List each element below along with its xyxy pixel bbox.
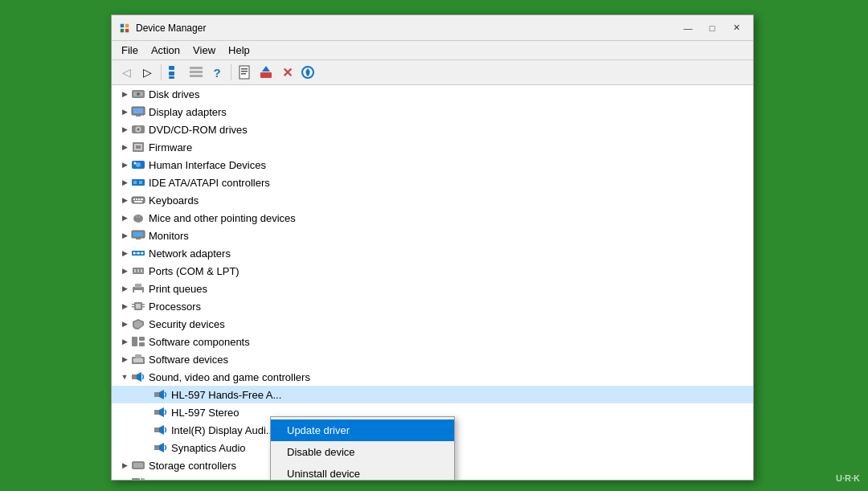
firmware-label: Firmware [149, 141, 192, 153]
svg-rect-53 [134, 269, 136, 272]
expand-sound-icon[interactable]: ▼ [118, 370, 131, 383]
help-button[interactable]: ? [207, 63, 227, 82]
tree-item-ide[interactable]: ▶ IDE ATA/ATAPI controllers [112, 174, 753, 191]
tree-item-firmware[interactable]: ▶ Firmware [112, 138, 753, 156]
back-button[interactable]: ◁ [117, 63, 136, 82]
expand-icon[interactable]: ▶ [118, 247, 131, 260]
list-view-button[interactable] [186, 63, 206, 82]
svg-point-50 [137, 252, 140, 255]
tree-item-software-components[interactable]: ▶ Software components [112, 333, 753, 350]
ctx-disable-device[interactable]: Disable device [271, 441, 454, 463]
ctx-update-driver[interactable]: Update driver [271, 419, 454, 441]
svg-marker-80 [159, 443, 164, 452]
display-adapters-label: Display adapters [149, 106, 227, 118]
expand-icon[interactable]: ▶ [118, 477, 131, 480]
tree-item-dvdrom[interactable]: ▶ DVD/CD-ROM drives [112, 121, 753, 138]
expand-icon[interactable]: ▶ [118, 88, 131, 100]
svg-rect-73 [154, 392, 159, 397]
ctx-uninstall-device[interactable]: Uninstall device [271, 463, 454, 480]
tree-item-hl597hf[interactable]: ▶ HL-597 Hands-Free A... [112, 386, 753, 403]
svg-point-49 [133, 252, 136, 255]
svg-point-19 [137, 92, 140, 96]
expand-icon[interactable]: ▶ [118, 317, 131, 330]
expand-icon[interactable]: ▶ [118, 264, 131, 277]
update-driver-toolbar-button[interactable] [256, 63, 276, 82]
sound-label: Sound, video and game controllers [149, 371, 310, 383]
expand-icon[interactable]: ▶ [118, 211, 131, 224]
intel-display-label: Intel(R) Display Audi... [171, 424, 275, 436]
tree-item-mice[interactable]: ▶ Mice and other pointing devices [112, 209, 753, 227]
tree-item-print-queues[interactable]: ▶ Print queues [112, 280, 753, 297]
tree-view-button[interactable] [166, 63, 185, 82]
ports-label: Ports (COM & LPT) [149, 265, 240, 277]
svg-rect-46 [136, 238, 141, 239]
menu-file[interactable]: File [115, 43, 145, 58]
svg-rect-66 [139, 337, 145, 341]
sound-icon [131, 370, 145, 384]
scan-button[interactable] [298, 63, 317, 82]
svg-rect-8 [190, 71, 203, 73]
svg-rect-13 [241, 73, 246, 75]
svg-rect-69 [135, 354, 141, 358]
expand-icon[interactable]: ▶ [118, 282, 131, 295]
tree-item-sound[interactable]: ▼ Sound, video and game controllers [112, 368, 753, 386]
tree-item-hid[interactable]: ▶ Human Interface Devices [112, 156, 753, 174]
expand-icon[interactable]: ▶ [118, 353, 131, 366]
forward-button[interactable]: ▷ [137, 63, 157, 82]
expand-icon[interactable]: ▶ [118, 300, 131, 313]
menu-view[interactable]: View [186, 43, 222, 58]
svg-rect-67 [139, 342, 145, 346]
svg-rect-1 [125, 23, 129, 27]
expand-icon[interactable]: ▶ [118, 158, 131, 171]
properties-button[interactable] [235, 63, 255, 82]
expand-icon[interactable]: ▶ [118, 141, 131, 153]
tree-item-network[interactable]: ▶ Network adapters [112, 244, 753, 262]
menu-help[interactable]: Help [222, 43, 256, 58]
maximize-button[interactable]: □ [702, 20, 723, 36]
expand-icon[interactable]: ▶ [118, 123, 131, 136]
svg-rect-40 [134, 201, 142, 203]
expand-icon[interactable]: ▶ [118, 459, 131, 472]
svg-rect-2 [121, 28, 124, 31]
svg-rect-5 [169, 72, 174, 76]
tree-item-display-adapters[interactable]: ▶ Display adapters [112, 103, 753, 121]
svg-rect-57 [135, 284, 141, 288]
tree-item-security[interactable]: ▶ Security devices [112, 315, 753, 333]
mouse-icon [131, 211, 145, 225]
tree-item-processors[interactable]: ▶ Processors [112, 297, 753, 315]
uninstall-button[interactable]: ✕ [277, 63, 297, 82]
sound-device-icon-2 [154, 405, 168, 419]
menu-action[interactable]: Action [145, 43, 186, 58]
minimize-button[interactable]: — [678, 20, 698, 36]
tree-item-disk-drives[interactable]: ▶ Disk drives [112, 85, 753, 103]
close-button[interactable]: ✕ [726, 20, 747, 36]
firmware-icon [131, 140, 145, 154]
tree-item-software-devices[interactable]: ▶ Software devices [112, 350, 753, 368]
tree-item-monitors[interactable]: ▶ Monitors [112, 227, 753, 244]
context-menu: Update driver Disable device Uninstall d… [270, 416, 455, 480]
expand-icon[interactable]: ▶ [118, 335, 131, 348]
expand-icon[interactable]: ▶ [118, 176, 131, 189]
title-bar: Device Manager — □ ✕ [112, 15, 753, 41]
svg-rect-28 [136, 145, 141, 149]
expand-icon[interactable]: ▶ [118, 229, 131, 242]
content-area[interactable]: ▶ Disk drives ▶ Display adapters ▶ DVD/C… [112, 85, 753, 480]
expand-icon[interactable]: ▶ [118, 194, 131, 207]
sound-device-icon-3 [154, 423, 168, 437]
tree-item-ports[interactable]: ▶ Ports (COM & LPT) [112, 262, 753, 280]
svg-marker-76 [159, 407, 164, 417]
storage-label: Storage controllers [149, 460, 236, 472]
hid-icon [131, 158, 145, 172]
svg-rect-39 [141, 198, 143, 200]
security-icon [131, 317, 145, 331]
svg-rect-64 [142, 306, 145, 308]
network-label: Network adapters [149, 248, 231, 260]
svg-rect-4 [169, 66, 174, 70]
disk-icon [131, 87, 145, 101]
svg-marker-78 [159, 425, 164, 435]
svg-rect-45 [133, 232, 143, 236]
tree-item-keyboards[interactable]: ▶ Keyboards [112, 191, 753, 209]
expand-icon[interactable]: ▶ [118, 105, 131, 118]
sound-device-icon [154, 387, 168, 402]
svg-rect-22 [136, 115, 141, 117]
